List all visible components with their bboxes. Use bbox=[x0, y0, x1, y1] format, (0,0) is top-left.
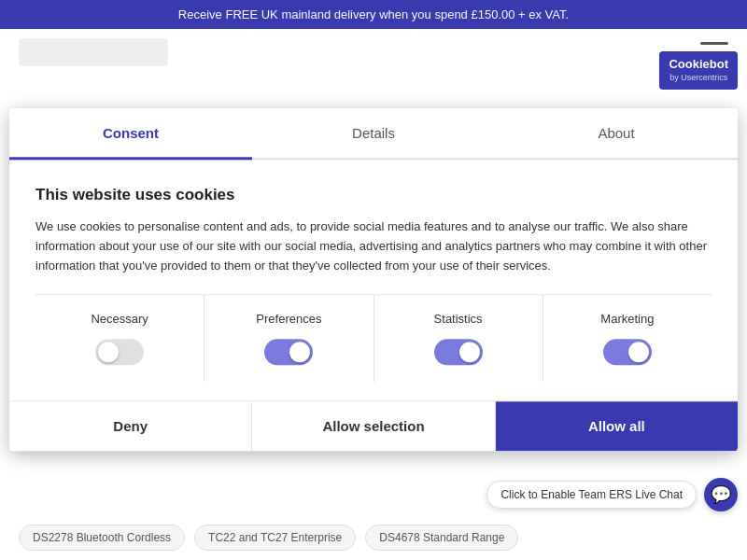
toggle-label-marketing: Marketing bbox=[600, 313, 654, 327]
product-chip-3: DS4678 Standard Range bbox=[365, 525, 518, 551]
toggle-knob-necessary bbox=[98, 343, 119, 363]
tab-about[interactable]: About bbox=[495, 108, 738, 158]
toggle-label-preferences: Preferences bbox=[256, 313, 321, 327]
banner-text: Receive FREE UK mainland delivery when y… bbox=[178, 7, 569, 21]
cookiebot-logo-area: Cookiebot by Usercentrics bbox=[659, 51, 738, 90]
toggle-cell-necessary: Necessary bbox=[35, 296, 204, 383]
cookiebot-brand-box: Cookiebot by Usercentrics bbox=[659, 51, 738, 90]
delivery-banner: Receive FREE UK mainland delivery when y… bbox=[0, 0, 747, 29]
toggle-preferences[interactable] bbox=[264, 340, 313, 366]
live-chat-icon[interactable]: 💬 bbox=[704, 478, 738, 511]
live-chat-bar[interactable]: Click to Enable Team ERS Live Chat 💬 bbox=[486, 478, 738, 511]
cookie-consent-modal: Consent Details About This website uses … bbox=[9, 108, 738, 451]
toggle-knob-statistics bbox=[459, 343, 480, 363]
allow-selection-button[interactable]: Allow selection bbox=[252, 402, 495, 452]
product-chips: DS2278 Bluetooth Cordless TC22 and TC27 … bbox=[0, 515, 747, 560]
product-chip-1: DS2278 Bluetooth Cordless bbox=[19, 525, 185, 551]
toggle-row: Necessary Preferences Statistics Marketi… bbox=[35, 295, 712, 383]
toggle-statistics[interactable] bbox=[434, 340, 483, 366]
toggle-marketing[interactable] bbox=[603, 340, 652, 366]
toggle-label-necessary: Necessary bbox=[91, 313, 148, 327]
cookiebot-brand: Cookiebot bbox=[669, 57, 728, 73]
toggle-cell-preferences: Preferences bbox=[204, 296, 374, 383]
tab-about-label: About bbox=[598, 125, 634, 141]
cookie-description: We use cookies to personalise content an… bbox=[35, 217, 712, 275]
toggle-necessary[interactable] bbox=[95, 340, 144, 366]
toggle-cell-marketing: Marketing bbox=[543, 296, 712, 383]
tab-consent-label: Consent bbox=[103, 125, 159, 141]
site-logo bbox=[19, 38, 168, 66]
product-chip-2: TC22 and TC27 Enterprise bbox=[194, 525, 356, 551]
cookiebot-sub: by Usercentrics bbox=[669, 73, 728, 84]
cookie-title: This website uses cookies bbox=[35, 186, 712, 204]
tab-consent[interactable]: Consent bbox=[9, 108, 252, 158]
toggle-knob-marketing bbox=[628, 343, 649, 363]
deny-button[interactable]: Deny bbox=[9, 402, 252, 452]
cookie-tabs: Consent Details About bbox=[9, 108, 738, 160]
page-header bbox=[0, 29, 747, 76]
tab-details-label: Details bbox=[352, 125, 395, 141]
toggle-label-statistics: Statistics bbox=[434, 313, 483, 327]
cookie-content: This website uses cookies We use cookies… bbox=[9, 160, 738, 400]
cookie-buttons: Deny Allow selection Allow all bbox=[9, 401, 738, 452]
toggle-knob-preferences bbox=[289, 343, 310, 363]
allow-all-button[interactable]: Allow all bbox=[496, 402, 738, 452]
tab-details[interactable]: Details bbox=[252, 108, 495, 158]
live-chat-button[interactable]: Click to Enable Team ERS Live Chat bbox=[486, 481, 697, 509]
chat-icon-glyph: 💬 bbox=[711, 484, 731, 505]
toggle-cell-statistics: Statistics bbox=[374, 296, 543, 383]
